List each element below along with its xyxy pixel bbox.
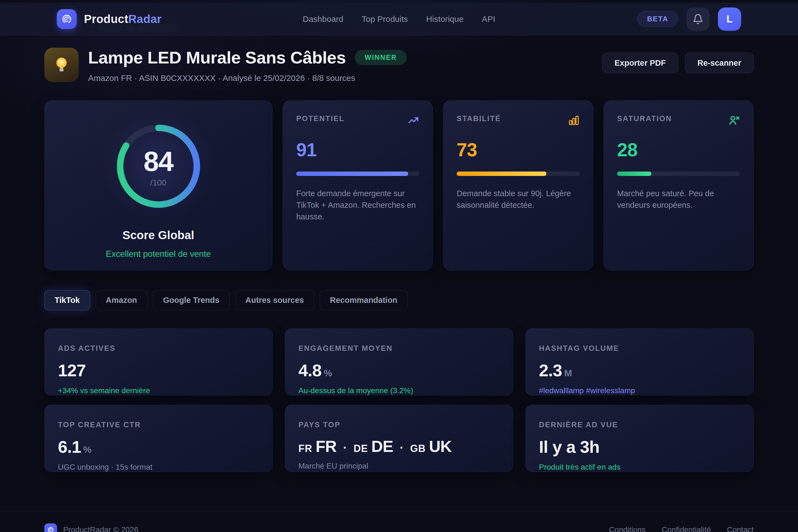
metric-label: ENGAGEMENT MOYEN	[299, 344, 499, 353]
top-countries: FRFR · DEDE · GBUK	[299, 437, 499, 456]
user-x-icon	[728, 114, 740, 126]
metric-label: PAYS TOP	[299, 421, 499, 429]
tab-recommandation[interactable]: Recommandation	[320, 290, 407, 310]
footer-brand: ProductRadar © 2026	[44, 524, 138, 532]
footer-link-conditions[interactable]: Conditions	[609, 525, 646, 532]
footer-link-confidentialite[interactable]: Confidentialité	[662, 525, 711, 532]
kpi-label: STABILITÉ	[457, 114, 501, 123]
user-avatar[interactable]: L	[718, 7, 741, 31]
metric-unit: %	[324, 368, 332, 379]
brand-name: ProductRadar	[84, 13, 162, 26]
metric-value: 6.1	[58, 437, 81, 457]
nav-item-top-produits[interactable]: Top Produits	[362, 14, 408, 24]
saturation-card: SATURATION 28 Marché peu saturé. Peu de …	[604, 100, 754, 270]
tab-tiktok[interactable]: TikTok	[44, 290, 90, 310]
nav-item-historique[interactable]: Historique	[426, 14, 463, 24]
metric-subtext: Produit très actif en ads	[539, 463, 740, 472]
lightbulb-icon	[52, 55, 72, 75]
kpi-description: Forte demande émergente sur TikTok + Ama…	[296, 188, 419, 223]
derniere-ad-vue-card: DERNIÈRE AD VUE Il y a 3h Produit très a…	[525, 405, 754, 472]
footer-links: Conditions Confidentialité Contact	[609, 525, 754, 532]
score-gauge: 84 /100	[111, 118, 206, 214]
global-score-card: 84 /100 Score Global Excellent potentiel…	[44, 100, 272, 270]
tab-amazon[interactable]: Amazon	[96, 290, 147, 310]
top-navbar: ProductRadar Dashboard Top Produits Hist…	[0, 3, 798, 36]
hashtag-links[interactable]: #ledwalllamp #wirelesslamp	[539, 386, 740, 395]
metric-value: 2.3	[539, 360, 562, 380]
score-label: Score Global	[122, 229, 194, 242]
flag-de-icon: DE	[354, 443, 368, 454]
metric-unit: %	[83, 444, 91, 455]
metric-subtext: +34% vs semaine dernière	[58, 386, 259, 395]
kpi-description: Demande stable sur 90j. Légère saisonnal…	[457, 188, 580, 211]
product-header: Lampe LED Murale Sans Câbles WINNER Amaz…	[44, 48, 754, 83]
metrics-row-2: TOP CREATIVE CTR 6.1% UGC unboxing · 15s…	[44, 405, 754, 472]
export-pdf-button[interactable]: Exporter PDF	[602, 53, 678, 73]
source-tabs: TikTok Amazon Google Trends Autres sourc…	[44, 290, 407, 310]
footer-link-contact[interactable]: Contact	[727, 525, 754, 532]
engagement-moyen-card: ENGAGEMENT MOYEN 4.8% Au-dessus de la mo…	[285, 328, 513, 395]
progress-track	[296, 172, 419, 176]
stabilite-card: STABILITÉ 73 Demande stable sur 90j. Lég…	[443, 100, 593, 270]
progress-track	[457, 172, 580, 176]
kpi-label: POTENTIEL	[296, 114, 344, 123]
metrics-row-1: ADS ACTIVES 127 +34% vs semaine dernière…	[44, 328, 754, 395]
bell-icon	[692, 14, 704, 25]
trending-up-icon	[407, 114, 419, 126]
brand[interactable]: ProductRadar	[57, 9, 162, 29]
flag-fr-icon: FR	[299, 443, 312, 454]
metric-value: 4.8	[299, 360, 321, 380]
winner-badge: WINNER	[355, 50, 407, 65]
metric-label: DERNIÈRE AD VUE	[539, 421, 740, 429]
hashtag-volume-card: HASHTAG VOLUME 2.3M #ledwalllamp #wirele…	[525, 328, 754, 395]
radar-logo-icon	[44, 524, 57, 532]
progress-fill	[457, 172, 546, 176]
copyright-text: ProductRadar © 2026	[63, 525, 138, 532]
score-max: /100	[150, 178, 166, 187]
progress-fill	[617, 172, 651, 176]
score-section: 84 /100 Score Global Excellent potentiel…	[44, 100, 754, 270]
score-value: 84	[144, 146, 173, 177]
notifications-button[interactable]	[686, 7, 709, 31]
beta-badge: BETA	[637, 11, 678, 27]
country-de: DEDE	[354, 437, 393, 456]
potentiel-card: POTENTIEL 91 Forte demande émergente sur…	[283, 100, 433, 270]
product-meta: Amazon FR · ASIN B0CXXXXXXX · Analysé le…	[88, 73, 407, 83]
rescan-button[interactable]: Re-scanner	[685, 53, 754, 73]
metric-subtext: Au-dessus de la moyenne (3.2%)	[299, 386, 499, 395]
tab-google-trends[interactable]: Google Trends	[153, 290, 230, 310]
kpi-value: 91	[296, 139, 419, 160]
pays-top-card: PAYS TOP FRFR · DEDE · GBUK Marché EU pr…	[285, 405, 513, 472]
progress-track	[617, 172, 740, 176]
metric-label: TOP CREATIVE CTR	[58, 421, 259, 429]
page-title: Lampe LED Murale Sans Câbles	[88, 48, 346, 67]
kpi-description: Marché peu saturé. Peu de vendeurs europ…	[617, 188, 740, 211]
top-creative-ctr-card: TOP CREATIVE CTR 6.1% UGC unboxing · 15s…	[44, 405, 273, 472]
metric-unit: M	[564, 368, 572, 379]
country-fr: FRFR	[299, 437, 336, 456]
flag-gb-icon: GB	[410, 443, 425, 454]
bar-chart-icon	[568, 114, 580, 126]
metric-value: Il y a 3h	[539, 437, 599, 457]
progress-fill	[296, 172, 408, 176]
ads-actives-card: ADS ACTIVES 127 +34% vs semaine dernière	[44, 328, 273, 395]
nav-item-api[interactable]: API	[482, 14, 495, 24]
tab-autres-sources[interactable]: Autres sources	[235, 290, 314, 310]
metric-subtext: Marché EU principal	[299, 462, 499, 471]
score-caption: Excellent potentiel de vente	[106, 249, 211, 259]
page-footer: ProductRadar © 2026 Conditions Confident…	[0, 512, 798, 532]
metric-value: 127	[58, 360, 86, 380]
country-uk: GBUK	[410, 437, 452, 456]
kpi-label: SATURATION	[617, 114, 672, 123]
kpi-value: 28	[617, 139, 740, 160]
metric-label: ADS ACTIVES	[58, 344, 259, 353]
kpi-value: 73	[457, 139, 580, 160]
main-nav: Dashboard Top Produits Historique API	[303, 14, 495, 24]
metric-label: HASHTAG VOLUME	[539, 344, 740, 353]
radar-logo-icon	[57, 9, 77, 29]
metric-subtext: UGC unboxing · 15s format	[58, 463, 259, 472]
nav-item-dashboard[interactable]: Dashboard	[303, 14, 344, 24]
product-thumbnail	[44, 48, 79, 82]
